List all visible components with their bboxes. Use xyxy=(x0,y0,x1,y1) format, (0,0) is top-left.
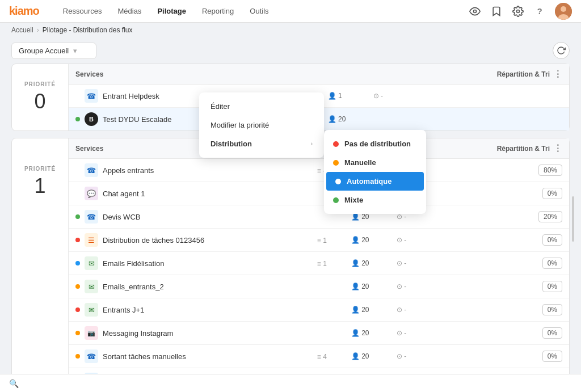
submenu-pas-distribution[interactable]: Pas de distribution xyxy=(324,134,426,153)
repartition-badge: 0% xyxy=(542,188,562,199)
service-name: Devis WCB xyxy=(103,213,140,221)
submenu-automatique[interactable]: Automatique xyxy=(326,172,424,191)
service-icon: ☎ xyxy=(85,349,98,363)
brand-logo: kiamo xyxy=(9,5,39,18)
task-count: ≡ 1 xyxy=(317,260,327,268)
agent-count: 👤 20 xyxy=(351,329,383,337)
service-name: Test DYDU Escalade xyxy=(103,115,171,124)
nav-pilotage[interactable]: Pilotage xyxy=(151,5,192,18)
nav-links: Ressources Médias Pilotage Reporting Out… xyxy=(57,5,469,18)
service-icon: ✉ xyxy=(85,256,98,270)
service-name: Emails Fidélisation xyxy=(103,259,164,268)
bookmark-icon[interactable] xyxy=(490,5,503,18)
help-icon[interactable]: ? xyxy=(533,5,546,18)
priority-col-1: PRIORITÉ 1 xyxy=(12,138,69,389)
table-row: ☰Distribution de tâches 0123456 ≡ 1 👤 20… xyxy=(69,229,569,252)
th-agents-0 xyxy=(321,64,367,85)
settings-col: ⊙ - xyxy=(397,306,428,314)
table-row: ☎Sortant tâches manuelles ≡ 4 👤 20 ⊙ - 0… xyxy=(69,345,569,368)
dot-manuelle xyxy=(333,160,339,166)
main-content: PRIORITÉ 0 Services Répartition & Tr xyxy=(0,64,581,389)
bottom-search-bar: 🔍 xyxy=(0,374,581,392)
service-icon-b: B xyxy=(85,112,98,126)
repartition-badge: 80% xyxy=(538,165,562,176)
service-icon: ✉ xyxy=(85,280,98,293)
service-icon: ✉ xyxy=(85,303,98,317)
th-tasks-0 xyxy=(287,64,321,85)
repartition-badge: 20% xyxy=(538,211,562,222)
service-name: Chat agent 1 xyxy=(103,189,145,198)
eye-icon[interactable] xyxy=(469,5,481,18)
dot-automatique xyxy=(335,179,341,184)
status-dot xyxy=(75,284,80,289)
service-name: Appels entrants xyxy=(103,166,154,175)
table-row: ✉Emails_entrants_2 👤 20 ⊙ - 0% xyxy=(69,275,569,298)
search-input[interactable] xyxy=(23,379,572,387)
nav-medias[interactable]: Médias xyxy=(112,5,147,18)
service-name: Sortant tâches manuelles xyxy=(103,352,186,361)
settings-icon[interactable] xyxy=(512,5,524,18)
submenu-mixte[interactable]: Mixte xyxy=(324,191,426,209)
context-menu-popup: Éditer Modifier la priorité Distribution… xyxy=(199,92,324,158)
nav-reporting[interactable]: Reporting xyxy=(196,5,239,18)
repartition-col: 80% xyxy=(442,165,562,176)
settings-col: ⊙ - xyxy=(397,259,428,267)
chevron-down-icon: ▾ xyxy=(73,47,77,55)
ctx-editer[interactable]: Éditer xyxy=(199,97,324,116)
agent-count: 👤 20 xyxy=(351,213,383,221)
search-icon: 🔍 xyxy=(9,379,19,388)
status-dot xyxy=(75,354,80,359)
settings-col: ⊙ - xyxy=(397,213,428,221)
svg-point-3 xyxy=(561,6,566,12)
task-count: ≡ 1 xyxy=(317,237,327,245)
priority-label-0: PRIORITÉ xyxy=(24,81,56,87)
table-row: ☎Devis WCB 👤 20 ⊙ - 20% xyxy=(69,205,569,229)
nav-outils[interactable]: Outils xyxy=(244,5,274,18)
repartition-col: 0% xyxy=(442,258,562,269)
nav-ressources[interactable]: Ressources xyxy=(57,5,108,18)
group-select[interactable]: Groupe Accueil ▾ xyxy=(11,43,96,59)
status-dot xyxy=(75,191,80,196)
repartition-menu-btn-0[interactable]: ⋮ xyxy=(553,69,562,79)
priority-label-1: PRIORITÉ xyxy=(24,166,56,172)
table-row: ✉Entrants J+1 👤 20 ⊙ - 0% xyxy=(69,298,569,322)
th-repartition-0: Répartition & Tri ⋮ xyxy=(412,64,569,85)
status-dot xyxy=(75,307,80,312)
nav-icons-group: ? xyxy=(469,3,572,20)
repartition-menu-btn-1[interactable]: ⋮ xyxy=(553,143,562,154)
th-settings-0 xyxy=(367,64,412,85)
service-name: Entrants J+1 xyxy=(103,306,144,314)
repartition-col: 20% xyxy=(442,211,562,222)
repartition-badge: 0% xyxy=(542,258,562,269)
table-row: 💬Chat agent 1 👤 20 ⊙ - 0% xyxy=(69,182,569,205)
submenu-manuelle[interactable]: Manuelle xyxy=(324,153,426,172)
service-icon-phone: ☎ xyxy=(85,89,98,103)
ctx-modifier-priorite[interactable]: Modifier la priorité xyxy=(199,116,324,134)
th-repartition-1: Répartition & Tri ⋮ xyxy=(435,138,569,159)
group-select-label: Groupe Accueil xyxy=(19,47,69,55)
avatar[interactable] xyxy=(555,3,572,20)
breadcrumb-home[interactable]: Accueil xyxy=(11,26,33,34)
toolbar: Groupe Accueil ▾ xyxy=(0,37,581,64)
priority-num-1: 1 xyxy=(34,174,45,198)
service-icon: ☎ xyxy=(85,163,98,177)
repartition-badge: 0% xyxy=(542,351,562,362)
table-row: 📷Messaging Instagram 👤 20 ⊙ - 0% xyxy=(69,322,569,345)
repartition-col: 0% xyxy=(442,351,562,362)
status-dot xyxy=(75,94,80,98)
settings-col: ⊙ - xyxy=(397,236,428,244)
th-services-0: Services xyxy=(69,64,287,85)
ctx-distribution[interactable]: Distribution › Pas de distribution Manue… xyxy=(199,134,324,153)
chevron-right-icon: › xyxy=(311,141,313,147)
status-dot xyxy=(75,117,80,121)
svg-point-0 xyxy=(474,10,477,12)
refresh-button[interactable] xyxy=(553,42,570,59)
repartition-col: 0% xyxy=(442,327,562,339)
status-dot xyxy=(75,331,80,335)
repartition-badge: 0% xyxy=(542,234,562,246)
repartition-badge: 0% xyxy=(542,281,562,292)
status-dot xyxy=(75,168,80,172)
status-dot xyxy=(75,214,80,219)
agent-count: 👤 1 xyxy=(328,92,360,100)
settings-col: ⊙ - xyxy=(397,329,428,337)
